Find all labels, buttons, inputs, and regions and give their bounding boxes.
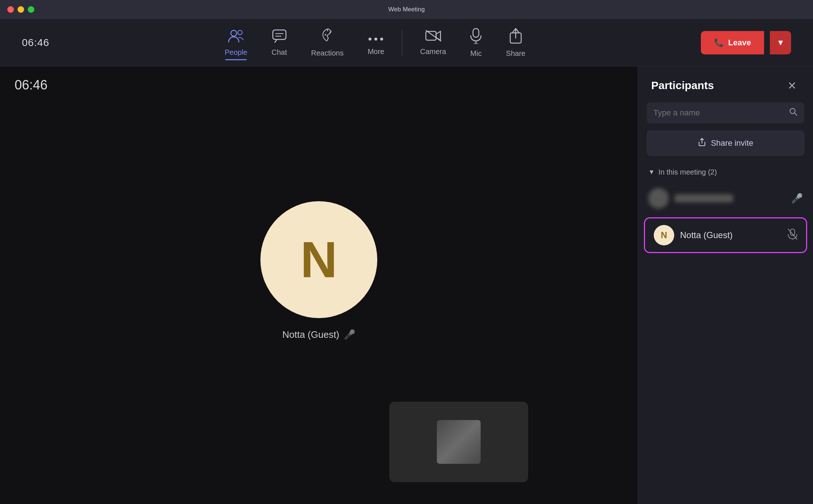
sidebar-title: Participants bbox=[651, 79, 714, 92]
leave-label: Leave bbox=[728, 38, 751, 47]
reactions-label: Reactions bbox=[311, 49, 344, 57]
minimize-dot[interactable] bbox=[18, 6, 24, 13]
svg-line-19 bbox=[795, 113, 797, 116]
camera-icon bbox=[425, 30, 441, 45]
more-label: More bbox=[368, 47, 385, 56]
participants-sidebar: Participants ✕ Share inv bbox=[638, 66, 813, 504]
window-controls bbox=[7, 6, 34, 13]
toolbar-item-reactions[interactable]: Reactions bbox=[301, 24, 354, 62]
leave-dropdown-button[interactable]: ▼ bbox=[770, 31, 791, 54]
titlebar: Web Meeting bbox=[0, 0, 813, 19]
share-icon bbox=[509, 28, 522, 47]
notta-avatar-letter: N bbox=[661, 230, 667, 240]
svg-rect-11 bbox=[426, 31, 436, 40]
maximize-dot[interactable] bbox=[28, 6, 34, 13]
svg-line-7 bbox=[330, 31, 331, 33]
more-icon bbox=[368, 30, 384, 45]
close-icon: ✕ bbox=[787, 79, 797, 92]
participant-row-blurred: 🎤 bbox=[638, 182, 813, 214]
video-time: 06:46 bbox=[15, 77, 47, 93]
search-icon bbox=[789, 107, 798, 118]
toolbar-item-people[interactable]: People bbox=[214, 24, 257, 61]
share-invite-button[interactable]: Share invite bbox=[647, 131, 804, 156]
leave-phone-icon: 📞 bbox=[714, 38, 724, 47]
video-area: 06:46 N Notta (Guest) 🎤 bbox=[0, 66, 638, 504]
search-input[interactable] bbox=[653, 108, 785, 118]
close-sidebar-button[interactable]: ✕ bbox=[784, 77, 800, 93]
search-bar[interactable] bbox=[647, 102, 804, 123]
toolbar-right: 📞 Leave ▼ bbox=[701, 31, 791, 54]
svg-rect-13 bbox=[473, 28, 479, 37]
camera-label: Camera bbox=[420, 47, 446, 56]
chat-label: Chat bbox=[271, 48, 287, 57]
thumbnail-placeholder bbox=[437, 420, 481, 464]
share-invite-icon bbox=[698, 138, 706, 149]
svg-point-9 bbox=[374, 38, 377, 41]
blurred-info bbox=[648, 188, 733, 209]
svg-point-8 bbox=[369, 38, 371, 41]
in-meeting-section-header: ▼ In this meeting (2) bbox=[638, 164, 813, 182]
share-label: Share bbox=[506, 49, 525, 58]
blurred-name bbox=[675, 194, 733, 202]
svg-rect-2 bbox=[273, 30, 286, 39]
participant-mic-icon: 🎤 bbox=[791, 193, 803, 204]
participant-name-text: Notta (Guest) bbox=[282, 329, 339, 340]
avatar-letter: N bbox=[300, 230, 337, 289]
toolbar-item-camera[interactable]: Camera bbox=[410, 25, 456, 60]
people-label: People bbox=[225, 48, 247, 57]
avatar-container: N Notta (Guest) 🎤 bbox=[260, 201, 377, 340]
main-avatar: N bbox=[260, 201, 377, 318]
svg-point-1 bbox=[238, 30, 242, 35]
svg-point-0 bbox=[231, 30, 237, 36]
leave-button[interactable]: 📞 Leave bbox=[701, 31, 764, 54]
chat-icon bbox=[272, 29, 287, 46]
notta-avatar: N bbox=[654, 225, 674, 245]
mic-icon bbox=[470, 28, 482, 47]
time-display: 06:46 bbox=[22, 37, 49, 49]
reactions-icon bbox=[320, 28, 335, 47]
toolbar-item-more[interactable]: More bbox=[358, 25, 395, 60]
mic-label: Mic bbox=[470, 49, 482, 58]
toolbar-item-mic[interactable]: Mic bbox=[460, 23, 492, 62]
toolbar-item-share[interactable]: Share bbox=[496, 23, 535, 62]
window-title: Web Meeting bbox=[388, 6, 425, 13]
blurred-avatar bbox=[648, 188, 669, 209]
share-invite-label: Share invite bbox=[711, 138, 753, 148]
toolbar-item-chat[interactable]: Chat bbox=[261, 24, 297, 61]
participant-row-notta: N Notta (Guest) bbox=[644, 217, 807, 253]
toolbar-center: People Chat bbox=[214, 23, 536, 62]
notta-display-name: Notta (Guest) bbox=[680, 230, 733, 240]
people-icon bbox=[228, 29, 244, 46]
muted-mic-icon: 🎤 bbox=[344, 329, 355, 340]
in-meeting-label: In this meeting (2) bbox=[659, 168, 717, 176]
notta-mic-muted-icon bbox=[788, 229, 797, 242]
main-content: 06:46 N Notta (Guest) 🎤 Participants ✕ bbox=[0, 66, 813, 504]
participant-name-display: Notta (Guest) 🎤 bbox=[282, 329, 355, 340]
svg-point-5 bbox=[325, 34, 326, 35]
participant-info-notta: N Notta (Guest) bbox=[654, 225, 788, 245]
close-dot[interactable] bbox=[7, 6, 14, 13]
svg-point-10 bbox=[380, 38, 383, 41]
section-chevron-icon: ▼ bbox=[648, 168, 655, 176]
toolbar: 06:46 People bbox=[0, 19, 813, 66]
chevron-down-icon: ▼ bbox=[776, 38, 785, 47]
toolbar-divider bbox=[402, 30, 402, 56]
thumbnail-video bbox=[389, 402, 528, 482]
sidebar-header: Participants ✕ bbox=[638, 66, 813, 102]
